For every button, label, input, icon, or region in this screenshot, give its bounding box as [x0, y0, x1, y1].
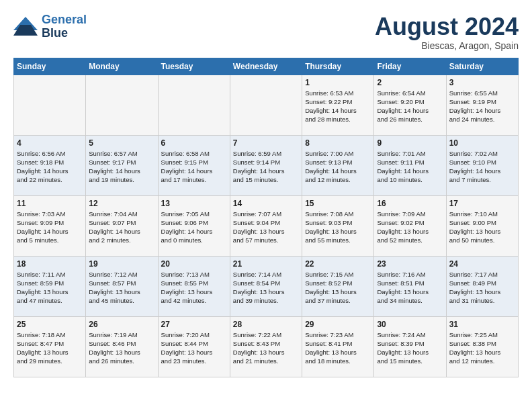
calendar-cell: [230, 75, 302, 135]
day-info: Sunrise: 7:14 AM Sunset: 8:54 PM Dayligh…: [233, 270, 299, 306]
day-number: 3: [449, 78, 515, 87]
title-area: August 2024 Biescas, Aragon, Spain: [375, 13, 519, 51]
day-number: 24: [449, 259, 515, 269]
day-number: 25: [17, 320, 83, 329]
calendar-cell: 8Sunrise: 7:00 AM Sunset: 9:13 PM Daylig…: [302, 135, 374, 195]
column-header-friday: Friday: [374, 58, 446, 75]
day-number: 27: [161, 320, 227, 329]
day-number: 6: [161, 138, 227, 148]
column-header-thursday: Thursday: [302, 58, 374, 75]
day-number: 26: [89, 320, 154, 329]
day-info: Sunrise: 7:16 AM Sunset: 8:51 PM Dayligh…: [377, 270, 443, 306]
column-header-saturday: Saturday: [446, 58, 518, 75]
day-info: Sunrise: 7:02 AM Sunset: 9:10 PM Dayligh…: [449, 149, 515, 185]
calendar-cell: 24Sunrise: 7:17 AM Sunset: 8:49 PM Dayli…: [446, 256, 518, 316]
main-title: August 2024: [375, 13, 519, 40]
day-info: Sunrise: 6:56 AM Sunset: 9:18 PM Dayligh…: [17, 149, 83, 185]
day-number: 20: [161, 259, 227, 269]
day-info: Sunrise: 7:07 AM Sunset: 9:04 PM Dayligh…: [233, 210, 299, 245]
day-number: 1: [305, 78, 371, 87]
calendar-cell: 6Sunrise: 6:58 AM Sunset: 9:15 PM Daylig…: [158, 135, 230, 195]
page-header: General Blue August 2024 Biescas, Aragon…: [13, 13, 519, 51]
logo: General Blue: [13, 13, 87, 40]
day-info: Sunrise: 7:08 AM Sunset: 9:03 PM Dayligh…: [305, 210, 371, 245]
day-info: Sunrise: 7:05 AM Sunset: 9:06 PM Dayligh…: [161, 210, 227, 245]
day-number: 19: [89, 259, 154, 269]
day-number: 30: [377, 320, 443, 329]
day-info: Sunrise: 6:59 AM Sunset: 9:14 PM Dayligh…: [233, 149, 299, 185]
day-number: 2: [377, 78, 443, 87]
calendar-week-row: 1Sunrise: 6:53 AM Sunset: 9:22 PM Daylig…: [14, 75, 519, 135]
day-number: 12: [89, 199, 154, 208]
day-number: 23: [377, 259, 443, 269]
calendar-cell: 28Sunrise: 7:22 AM Sunset: 8:43 PM Dayli…: [230, 316, 302, 377]
subtitle: Biescas, Aragon, Spain: [375, 40, 519, 51]
calendar-cell: 12Sunrise: 7:04 AM Sunset: 9:07 PM Dayli…: [86, 195, 158, 256]
calendar-cell: [158, 75, 230, 135]
day-number: 17: [449, 199, 515, 208]
day-number: 16: [377, 199, 443, 208]
calendar-week-row: 18Sunrise: 7:11 AM Sunset: 8:59 PM Dayli…: [14, 256, 519, 316]
day-info: Sunrise: 7:23 AM Sunset: 8:41 PM Dayligh…: [305, 330, 371, 366]
calendar-cell: 13Sunrise: 7:05 AM Sunset: 9:06 PM Dayli…: [158, 195, 230, 256]
day-number: 4: [17, 138, 83, 148]
day-number: 9: [377, 138, 443, 148]
day-info: Sunrise: 7:13 AM Sunset: 8:55 PM Dayligh…: [161, 270, 227, 306]
day-number: 21: [233, 259, 299, 269]
day-number: 15: [305, 199, 371, 208]
day-number: 8: [305, 138, 371, 148]
day-info: Sunrise: 6:53 AM Sunset: 9:22 PM Dayligh…: [305, 89, 371, 124]
calendar-cell: 2Sunrise: 6:54 AM Sunset: 9:20 PM Daylig…: [374, 75, 446, 135]
day-info: Sunrise: 7:04 AM Sunset: 9:07 PM Dayligh…: [89, 210, 154, 245]
column-header-monday: Monday: [86, 58, 158, 75]
calendar-cell: 4Sunrise: 6:56 AM Sunset: 9:18 PM Daylig…: [14, 135, 86, 195]
calendar-week-row: 4Sunrise: 6:56 AM Sunset: 9:18 PM Daylig…: [14, 135, 519, 195]
calendar-cell: 16Sunrise: 7:09 AM Sunset: 9:02 PM Dayli…: [374, 195, 446, 256]
day-number: 31: [449, 320, 515, 329]
calendar-cell: 9Sunrise: 7:01 AM Sunset: 9:11 PM Daylig…: [374, 135, 446, 195]
day-info: Sunrise: 7:01 AM Sunset: 9:11 PM Dayligh…: [377, 149, 443, 185]
day-info: Sunrise: 7:03 AM Sunset: 9:09 PM Dayligh…: [17, 210, 83, 245]
calendar-cell: 31Sunrise: 7:25 AM Sunset: 8:38 PM Dayli…: [446, 316, 518, 377]
day-info: Sunrise: 7:25 AM Sunset: 8:38 PM Dayligh…: [449, 330, 515, 366]
calendar-cell: 19Sunrise: 7:12 AM Sunset: 8:57 PM Dayli…: [86, 256, 158, 316]
day-info: Sunrise: 7:19 AM Sunset: 8:46 PM Dayligh…: [89, 330, 154, 366]
column-header-sunday: Sunday: [14, 58, 86, 75]
calendar-cell: 15Sunrise: 7:08 AM Sunset: 9:03 PM Dayli…: [302, 195, 374, 256]
logo-icon: [13, 17, 38, 37]
day-number: 29: [305, 320, 371, 329]
calendar-cell: 3Sunrise: 6:55 AM Sunset: 9:19 PM Daylig…: [446, 75, 518, 135]
calendar-cell: 7Sunrise: 6:59 AM Sunset: 9:14 PM Daylig…: [230, 135, 302, 195]
calendar-cell: 27Sunrise: 7:20 AM Sunset: 8:44 PM Dayli…: [158, 316, 230, 377]
calendar-cell: 25Sunrise: 7:18 AM Sunset: 8:47 PM Dayli…: [14, 316, 86, 377]
day-info: Sunrise: 7:17 AM Sunset: 8:49 PM Dayligh…: [449, 270, 515, 306]
day-info: Sunrise: 7:22 AM Sunset: 8:43 PM Dayligh…: [233, 330, 299, 366]
calendar-cell: 21Sunrise: 7:14 AM Sunset: 8:54 PM Dayli…: [230, 256, 302, 316]
calendar-cell: [86, 75, 158, 135]
day-number: 10: [449, 138, 515, 148]
calendar-cell: 5Sunrise: 6:57 AM Sunset: 9:17 PM Daylig…: [86, 135, 158, 195]
day-info: Sunrise: 7:09 AM Sunset: 9:02 PM Dayligh…: [377, 210, 443, 245]
day-number: 18: [17, 259, 83, 269]
day-info: Sunrise: 6:54 AM Sunset: 9:20 PM Dayligh…: [377, 89, 443, 124]
logo-text: General Blue: [42, 13, 87, 40]
day-number: 5: [89, 138, 154, 148]
day-info: Sunrise: 7:11 AM Sunset: 8:59 PM Dayligh…: [17, 270, 83, 306]
day-info: Sunrise: 7:10 AM Sunset: 9:00 PM Dayligh…: [449, 210, 515, 245]
day-info: Sunrise: 7:20 AM Sunset: 8:44 PM Dayligh…: [161, 330, 227, 366]
column-header-wednesday: Wednesday: [230, 58, 302, 75]
calendar-cell: 29Sunrise: 7:23 AM Sunset: 8:41 PM Dayli…: [302, 316, 374, 377]
day-info: Sunrise: 6:55 AM Sunset: 9:19 PM Dayligh…: [449, 89, 515, 124]
calendar-cell: 1Sunrise: 6:53 AM Sunset: 9:22 PM Daylig…: [302, 75, 374, 135]
day-info: Sunrise: 6:57 AM Sunset: 9:17 PM Dayligh…: [89, 149, 154, 185]
day-info: Sunrise: 7:12 AM Sunset: 8:57 PM Dayligh…: [89, 270, 154, 306]
calendar-table: SundayMondayTuesdayWednesdayThursdayFrid…: [13, 58, 519, 377]
day-info: Sunrise: 6:58 AM Sunset: 9:15 PM Dayligh…: [161, 149, 227, 185]
day-number: 14: [233, 199, 299, 208]
calendar-cell: 17Sunrise: 7:10 AM Sunset: 9:00 PM Dayli…: [446, 195, 518, 256]
calendar-cell: 22Sunrise: 7:15 AM Sunset: 8:52 PM Dayli…: [302, 256, 374, 316]
calendar-cell: 20Sunrise: 7:13 AM Sunset: 8:55 PM Dayli…: [158, 256, 230, 316]
calendar-cell: 23Sunrise: 7:16 AM Sunset: 8:51 PM Dayli…: [374, 256, 446, 316]
column-header-tuesday: Tuesday: [158, 58, 230, 75]
calendar-cell: 10Sunrise: 7:02 AM Sunset: 9:10 PM Dayli…: [446, 135, 518, 195]
